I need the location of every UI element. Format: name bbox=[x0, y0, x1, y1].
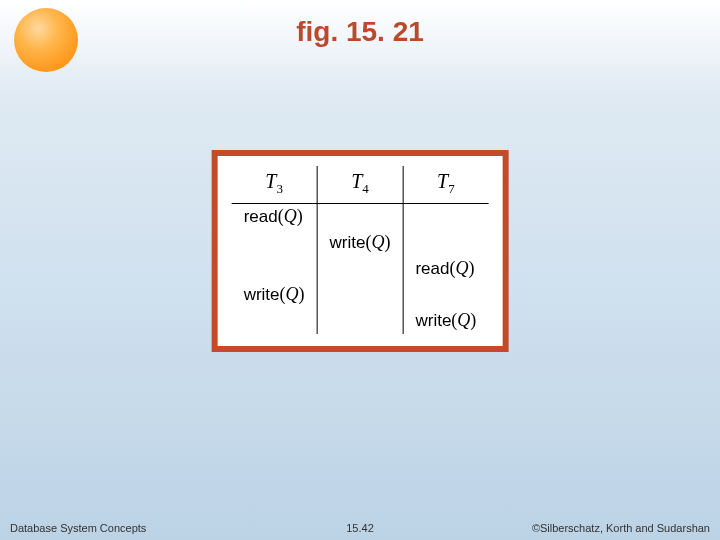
table-row: write(Q) bbox=[232, 230, 489, 256]
col-header-t3: T3 bbox=[232, 166, 317, 204]
cell: write(Q) bbox=[232, 282, 317, 308]
table-row: write(Q) bbox=[232, 282, 489, 308]
table-row: read(Q) bbox=[232, 256, 489, 282]
cell bbox=[317, 256, 403, 282]
cell bbox=[317, 204, 403, 230]
slide-title: fig. 15. 21 bbox=[0, 16, 720, 48]
cell bbox=[232, 308, 317, 334]
footer-center: 15.42 bbox=[346, 522, 374, 534]
cell: write(Q) bbox=[403, 308, 488, 334]
figure-frame: T3 T4 T7 read(Q) w bbox=[212, 150, 509, 352]
slide-footer: Database System Concepts 15.42 ©Silbersc… bbox=[0, 522, 720, 534]
cell: read(Q) bbox=[403, 256, 488, 282]
cell: write(Q) bbox=[317, 230, 403, 256]
cell: read(Q) bbox=[232, 204, 317, 230]
cell bbox=[232, 256, 317, 282]
cell bbox=[317, 308, 403, 334]
table-header-row: T3 T4 T7 bbox=[232, 166, 489, 204]
cell bbox=[403, 230, 488, 256]
schedule-table: T3 T4 T7 read(Q) w bbox=[232, 166, 489, 334]
cell bbox=[232, 230, 317, 256]
schedule-body: read(Q) write(Q) read(Q) write(Q) bbox=[232, 204, 489, 334]
table-row: read(Q) bbox=[232, 204, 489, 230]
figure-inner: T3 T4 T7 read(Q) w bbox=[218, 156, 503, 346]
cell bbox=[403, 204, 488, 230]
col-header-t4: T4 bbox=[317, 166, 403, 204]
footer-left: Database System Concepts bbox=[10, 522, 146, 534]
table-row: write(Q) bbox=[232, 308, 489, 334]
cell bbox=[403, 282, 488, 308]
footer-right: ©Silberschatz, Korth and Sudarshan bbox=[532, 522, 710, 534]
col-header-t7: T7 bbox=[403, 166, 488, 204]
cell bbox=[317, 282, 403, 308]
